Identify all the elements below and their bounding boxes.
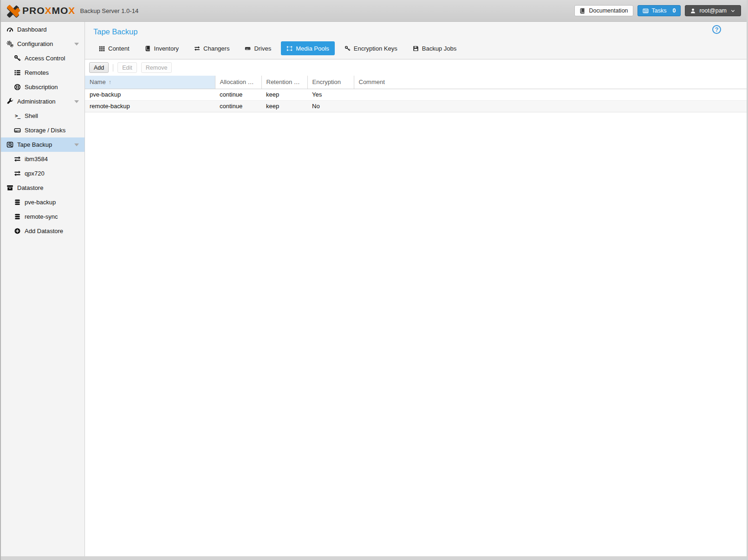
sidebar-item-label: qpx720 xyxy=(25,170,45,177)
archive-box-icon xyxy=(7,184,13,191)
cell-encryption: No xyxy=(307,100,354,112)
database-icon xyxy=(14,199,21,206)
sidebar-item-administration[interactable]: Administration xyxy=(1,94,85,109)
plus-circle-icon xyxy=(14,228,21,234)
tab-label: Media Pools xyxy=(296,45,329,52)
tasks-label: Tasks xyxy=(652,7,667,14)
column-header-retention[interactable]: Retention … xyxy=(261,76,307,89)
server-list-icon xyxy=(14,69,21,76)
column-header-encryption[interactable]: Encryption xyxy=(307,76,354,89)
sidebar-item-label: Add Datastore xyxy=(25,228,63,234)
column-header-allocation[interactable]: Allocation … xyxy=(215,76,261,89)
key-icon xyxy=(345,46,351,52)
toolbar: Add Edit Remove xyxy=(85,59,747,76)
floppy-save-icon xyxy=(413,46,419,52)
sidebar-item-qpx720[interactable]: qpx720 xyxy=(1,166,85,181)
cell-comment xyxy=(354,89,747,100)
collapse-caret-icon[interactable] xyxy=(74,100,79,103)
sidebar-item-tape-backup[interactable]: Tape Backup xyxy=(1,137,85,152)
tab-content[interactable]: Content xyxy=(93,41,135,55)
tab-label: Encryption Keys xyxy=(354,45,397,52)
cell-allocation: continue xyxy=(215,100,261,112)
sidebar-item-configuration[interactable]: Configuration xyxy=(1,37,85,51)
cell-retention: keep xyxy=(261,89,307,100)
tasks-list-icon xyxy=(643,8,649,14)
sidebar: Dashboard Configuration Access Control xyxy=(1,22,85,556)
sidebar-item-label: remote-sync xyxy=(25,213,58,220)
content-header: Tape Backup ? Content Inventory xyxy=(85,22,747,59)
database-icon xyxy=(14,213,21,220)
toolbar-separator xyxy=(113,64,113,72)
page-title: Tape Backup xyxy=(93,27,738,36)
sidebar-item-label: Administration xyxy=(17,98,55,105)
chevron-down-icon xyxy=(730,8,736,14)
sidebar-item-access-control[interactable]: Access Control xyxy=(1,51,85,65)
tab-encryption-keys[interactable]: Encryption Keys xyxy=(339,41,403,55)
tab-drives[interactable]: Drives xyxy=(239,41,277,55)
tab-backup-jobs[interactable]: Backup Jobs xyxy=(407,41,462,55)
sort-up-icon: ↑ xyxy=(109,79,111,85)
column-header-name[interactable]: Name↑ xyxy=(85,76,215,89)
app-window: PROXMOX Backup Server 1.0-14 Documentati… xyxy=(0,0,748,560)
remove-button[interactable]: Remove xyxy=(141,62,172,73)
tab-changers[interactable]: Changers xyxy=(189,41,235,55)
window-bottom-edge xyxy=(1,556,747,560)
sidebar-item-shell[interactable]: >_ Shell xyxy=(1,109,85,123)
cell-comment xyxy=(354,100,747,112)
table-row[interactable]: pve-backup continue keep Yes xyxy=(85,89,747,100)
product-version-label: Backup Server 1.0-14 xyxy=(80,7,138,14)
sidebar-item-remotes[interactable]: Remotes xyxy=(1,65,85,80)
documentation-label: Documentation xyxy=(589,7,628,14)
tab-label: Inventory xyxy=(154,45,179,52)
wrench-icon xyxy=(7,98,13,105)
sidebar-item-label: ibm3584 xyxy=(25,156,48,163)
media-pools-table: Name↑ Allocation … Retention … Encryptio… xyxy=(85,76,747,112)
sidebar-item-datastore[interactable]: Datastore xyxy=(1,181,85,195)
grid-icon xyxy=(99,46,105,52)
sidebar-item-ibm3584[interactable]: ibm3584 xyxy=(1,152,85,166)
proxmox-logo: PROXMOX xyxy=(7,4,75,17)
tab-label: Drives xyxy=(254,45,271,52)
sidebar-item-remote-sync[interactable]: remote-sync xyxy=(1,209,85,224)
collapse-caret-icon[interactable] xyxy=(74,143,79,146)
proxmox-x-logo-icon xyxy=(7,4,20,17)
tape-icon xyxy=(7,141,13,148)
tab-label: Backup Jobs xyxy=(422,45,456,52)
sidebar-item-pve-backup[interactable]: pve-backup xyxy=(1,195,85,209)
sidebar-item-label: Tape Backup xyxy=(17,141,52,148)
column-header-comment[interactable]: Comment xyxy=(354,76,747,89)
proxmox-wordmark: PROXMOX xyxy=(22,5,75,16)
add-button[interactable]: Add xyxy=(89,62,109,73)
content-panel: Tape Backup ? Content Inventory xyxy=(85,22,747,556)
terminal-icon: >_ xyxy=(14,112,21,119)
sidebar-item-dashboard[interactable]: Dashboard xyxy=(1,22,85,37)
user-label: root@pam xyxy=(699,7,727,14)
sidebar-item-storage-disks[interactable]: Storage / Disks xyxy=(1,123,85,137)
sidebar-item-add-datastore[interactable]: Add Datastore xyxy=(1,224,85,238)
sidebar-item-label: pve-backup xyxy=(25,199,56,206)
collapse-caret-icon[interactable] xyxy=(74,43,79,46)
cell-name: pve-backup xyxy=(85,89,215,100)
user-menu-button[interactable]: root@pam xyxy=(685,5,741,16)
documentation-button[interactable]: Documentation xyxy=(574,5,633,16)
tab-bar: Content Inventory Changers xyxy=(93,41,738,55)
sidebar-item-label: Configuration xyxy=(17,40,53,47)
tab-label: Content xyxy=(108,45,130,52)
cell-name: remote-backup xyxy=(85,100,215,112)
tasks-button[interactable]: Tasks 0 xyxy=(637,5,681,16)
tab-inventory[interactable]: Inventory xyxy=(139,41,184,55)
sidebar-item-subscription[interactable]: Subscription xyxy=(1,80,85,94)
drive-icon xyxy=(245,46,251,52)
tab-media-pools[interactable]: Media Pools xyxy=(281,41,335,55)
sidebar-item-label: Remotes xyxy=(25,69,49,76)
cell-allocation: continue xyxy=(215,89,261,100)
tasks-count-badge: 0 xyxy=(673,7,676,14)
object-group-icon xyxy=(286,46,293,52)
book-icon xyxy=(579,8,585,14)
book-icon xyxy=(145,46,151,52)
help-icon[interactable]: ? xyxy=(712,25,721,34)
gears-icon xyxy=(7,40,13,47)
table-row[interactable]: remote-backup continue keep No xyxy=(85,100,747,112)
cell-encryption: Yes xyxy=(307,89,354,100)
edit-button[interactable]: Edit xyxy=(117,62,137,73)
